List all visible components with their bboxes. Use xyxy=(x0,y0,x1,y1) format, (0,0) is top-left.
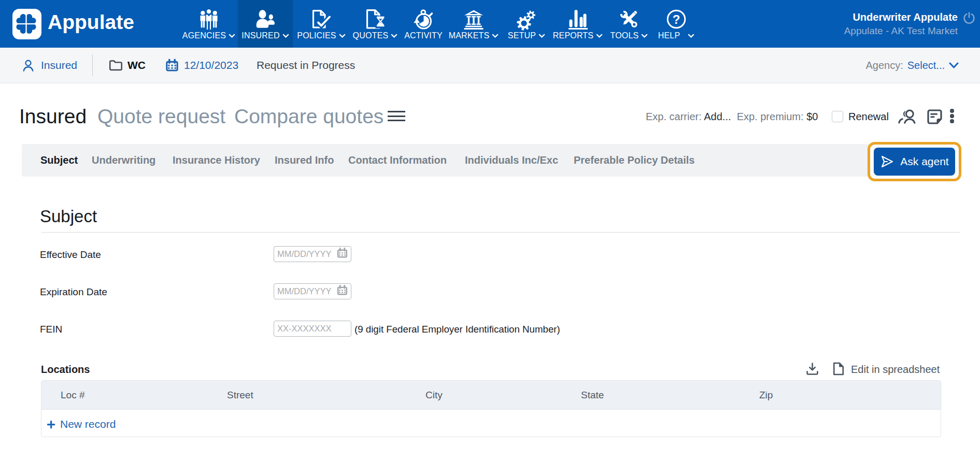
svg-text:?: ? xyxy=(673,12,680,26)
